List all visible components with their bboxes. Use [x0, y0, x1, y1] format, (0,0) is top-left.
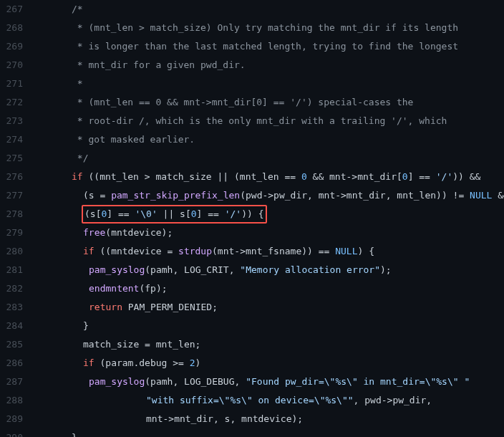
code-line: endmntent(fp); [37, 279, 504, 298]
code-token: (s[ [84, 208, 101, 219]
code-line: return PAM_PERM_DENIED; [37, 298, 504, 317]
code-token: if [83, 246, 94, 256]
code-token: (pamh, LOG_CRIT, [145, 264, 240, 275]
code-token: )) { [241, 208, 263, 219]
code-token: (mntdevice); [105, 227, 173, 238]
line-number: 269 [6, 37, 23, 56]
line-number: 276 [6, 168, 23, 186]
line-number: 287 [6, 373, 23, 391]
code-token: pam_str_skip_prefix_len [111, 190, 240, 201]
code-token: '/' [225, 208, 241, 219]
code-token: mnt->mnt_dir, s, mntdevice); [146, 413, 303, 424]
code-line: * (mnt_len == 0 && mnt->mnt_dir[0] == '/… [37, 93, 504, 112]
code-token: "Found pw_dir=\"%s\" in mnt_dir=\"%s\" " [246, 376, 470, 387]
line-number-gutter: 2672682692702712722732742752762772782792… [0, 0, 32, 437]
code-token: (fp); [139, 283, 167, 294]
code-line: "with suffix=\"%s\" on device=\"%s\"", p… [37, 391, 504, 410]
line-number: 285 [6, 335, 23, 354]
code-token: NULL [335, 246, 357, 256]
code-token: (mnt->mnt_fsname)) == [212, 246, 335, 256]
code-token: 0 [402, 171, 408, 182]
line-number: 280 [6, 242, 23, 261]
code-token: && [492, 190, 504, 201]
code-line: mnt->mnt_dir, s, mntdevice); [37, 410, 504, 428]
line-number: 288 [6, 391, 23, 410]
code-token: * (mnt_len > match_size) Only try matchi… [72, 22, 458, 33]
code-token: ) [195, 357, 201, 368]
code-token: (s = [83, 190, 111, 201]
code-token: ((mntdevice = [94, 246, 178, 256]
code-line: if (param.debug >= 2) [37, 354, 504, 373]
code-line: } [37, 428, 504, 437]
code-line: pam_syslog(pamh, LOG_CRIT, "Memory alloc… [37, 261, 504, 279]
code-token: match_size = mnt_len; [83, 339, 200, 350]
code-token: return [89, 302, 122, 312]
line-number: 283 [6, 298, 23, 317]
code-token: || s[ [158, 208, 191, 219]
code-token: } [72, 432, 77, 437]
line-number: 273 [6, 112, 23, 130]
code-token: * root-dir /, which is the only mnt_dir … [72, 115, 447, 126]
line-number: 277 [6, 186, 23, 205]
code-token: free [83, 227, 105, 238]
line-number: 275 [6, 149, 23, 168]
code-token: * got masked earlier. [72, 134, 195, 145]
line-number: 282 [6, 279, 23, 298]
code-token: && mnt->mnt_dir[ [307, 171, 402, 182]
code-line: * (mnt_len > match_size) Only try matchi… [37, 19, 504, 37]
code-line: (s[0] == '\0' || s[0] == '/')) { [37, 205, 504, 224]
line-number: 279 [6, 224, 23, 242]
code-token: ] == [197, 208, 225, 219]
line-number: 286 [6, 354, 23, 373]
code-token: )) && [452, 171, 480, 182]
line-number: 268 [6, 19, 23, 37]
code-token: "Memory allocation error" [240, 264, 380, 275]
code-token: 0 [191, 208, 197, 219]
code-token: (param.debug >= [94, 357, 190, 368]
code-token: '\0' [135, 208, 157, 219]
code-token: PAM_PERM_DENIED; [122, 302, 218, 312]
code-token: 0 [301, 171, 307, 182]
line-number: 274 [6, 130, 23, 149]
code-token: "with suffix=\"%s\" on device=\"%s\"" [146, 395, 354, 405]
code-line: } [37, 317, 504, 335]
line-number: 290 [6, 428, 23, 437]
code-line: pam_syslog(pamh, LOG_DEBUG, "Found pw_di… [37, 373, 504, 391]
code-token: pam_syslog [89, 376, 145, 387]
line-number: 270 [6, 56, 23, 75]
code-line: * root-dir /, which is the only mnt_dir … [37, 112, 504, 130]
code-token: * is longer than the last matched length… [72, 41, 458, 52]
line-number: 284 [6, 317, 23, 335]
code-token: * [72, 78, 83, 89]
line-number: 272 [6, 93, 23, 112]
code-token: (pamh, LOG_DEBUG, [145, 376, 246, 387]
line-number: 271 [6, 75, 23, 93]
code-token: pam_syslog [89, 264, 145, 275]
code-token: ((mnt_len > match_size || (mnt_len == [83, 171, 301, 182]
line-number: 267 [6, 0, 23, 19]
code-token: ] == [408, 171, 436, 182]
code-line: * is longer than the last matched length… [37, 37, 504, 56]
code-line: * mnt_dir for a given pwd_dir. [37, 56, 504, 75]
code-token: 2 [190, 357, 195, 368]
code-line: * [37, 75, 504, 93]
line-number: 278 [6, 205, 23, 224]
code-line: (s = pam_str_skip_prefix_len(pwd->pw_dir… [37, 186, 504, 205]
code-token: ); [380, 264, 392, 275]
highlight-box: (s[0] == '\0' || s[0] == '/')) { [82, 205, 267, 224]
code-token: * (mnt_len == 0 && mnt->mnt_dir[0] == '/… [72, 97, 413, 107]
code-token: NULL [470, 190, 492, 201]
code-token: (pwd->pw_dir, mnt->mnt_dir, mnt_len)) != [240, 190, 470, 201]
code-token: if [83, 357, 94, 368]
code-line: if ((mntdevice = strdup(mnt->mnt_fsname)… [37, 242, 504, 261]
code-token: '/' [436, 171, 452, 182]
code-token: } [83, 320, 89, 331]
code-token: */ [72, 153, 88, 163]
code-line: free(mntdevice); [37, 224, 504, 242]
code-line: * got masked earlier. [37, 130, 504, 149]
code-token: if [72, 171, 83, 182]
code-token: strdup [178, 246, 212, 256]
code-token: , pwd->pw_dir, [354, 395, 432, 405]
code-token: /* [72, 4, 83, 14]
code-lines[interactable]: /* * (mnt_len > match_size) Only try mat… [32, 0, 504, 437]
